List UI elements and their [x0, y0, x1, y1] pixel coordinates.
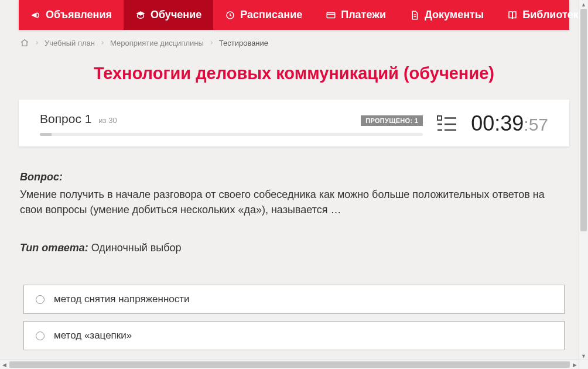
graduation-cap-icon	[135, 10, 146, 20]
nav-label: Платежи	[341, 9, 386, 21]
answer-type-label: Тип ответа:	[20, 242, 88, 254]
svg-rect-1	[327, 12, 335, 18]
nav-learning[interactable]: Обучение	[124, 0, 213, 30]
main-navbar: Объявления Обучение Расписание	[19, 0, 569, 30]
home-icon[interactable]	[20, 38, 29, 47]
option-label: метод снятия напряженности	[54, 293, 190, 305]
chevron-right-icon	[208, 39, 214, 47]
timer: 00:39:57	[471, 111, 548, 136]
question-text: Умение получить в начале разговора от св…	[20, 187, 568, 217]
scroll-thumb[interactable]	[9, 361, 570, 368]
scroll-thumb[interactable]	[580, 9, 587, 231]
nav-payments[interactable]: Платежи	[314, 0, 398, 30]
status-panel: Вопрос 1 из 30 ПРОПУЩЕНО: 1	[19, 100, 569, 146]
page-title: Технологии деловых коммуникаций (обучени…	[19, 64, 569, 83]
question-caption: Вопрос:	[20, 171, 568, 183]
progress-bar	[40, 133, 423, 136]
scroll-left-icon[interactable]: ◀	[0, 360, 9, 369]
option-1[interactable]: метод снятия напряженности	[23, 285, 565, 314]
skipped-badge: ПРОПУЩЕНО: 1	[361, 115, 423, 126]
answer-type-value: Одиночный выбор	[91, 242, 182, 254]
megaphone-icon	[30, 10, 41, 20]
breadcrumb: Учебный план Мероприятие дисциплины Тест…	[19, 30, 569, 53]
question-index: Вопрос 1	[40, 112, 95, 125]
vertical-scrollbar[interactable]: ▲ ▼	[579, 0, 588, 360]
scroll-right-icon[interactable]: ▶	[570, 360, 579, 369]
nav-library[interactable]: Библиотека	[495, 0, 588, 30]
radio-icon	[36, 332, 45, 340]
svg-rect-5	[437, 116, 442, 120]
book-icon	[507, 10, 518, 20]
scroll-down-icon[interactable]: ▼	[579, 351, 588, 360]
nav-announcements[interactable]: Объявления	[19, 0, 124, 30]
question-list-button[interactable]	[437, 114, 457, 133]
nav-documents[interactable]: Документы	[398, 0, 495, 30]
breadcrumb-current: Тестирование	[219, 39, 268, 47]
breadcrumb-link-discipline-event[interactable]: Мероприятие дисциплины	[110, 39, 204, 47]
option-2[interactable]: метод «зацепки»	[23, 321, 565, 350]
answer-type-line: Тип ответа: Одиночный выбор	[20, 242, 568, 254]
question-total: из 30	[98, 116, 117, 125]
progress-fill	[40, 133, 52, 136]
chevron-right-icon	[34, 39, 40, 47]
nav-label: Расписание	[240, 9, 302, 21]
card-icon	[326, 10, 336, 20]
chevron-right-icon	[100, 39, 105, 47]
horizontal-scrollbar[interactable]: ◀ ▶	[0, 360, 579, 369]
nav-label: Объявления	[46, 9, 112, 21]
document-icon	[409, 10, 420, 20]
nav-label: Библиотека	[522, 9, 584, 21]
nav-label: Документы	[425, 9, 484, 21]
nav-schedule[interactable]: Расписание	[213, 0, 314, 30]
option-label: метод «зацепки»	[54, 330, 132, 341]
options-list: метод снятия напряженности метод «зацепк…	[20, 285, 568, 360]
breadcrumb-link-study-plan[interactable]: Учебный план	[45, 39, 95, 47]
scrollbar-corner	[579, 360, 588, 369]
radio-icon	[36, 295, 45, 304]
scroll-up-icon[interactable]: ▲	[579, 0, 588, 9]
clock-icon	[225, 10, 235, 20]
nav-label: Обучение	[151, 9, 201, 21]
